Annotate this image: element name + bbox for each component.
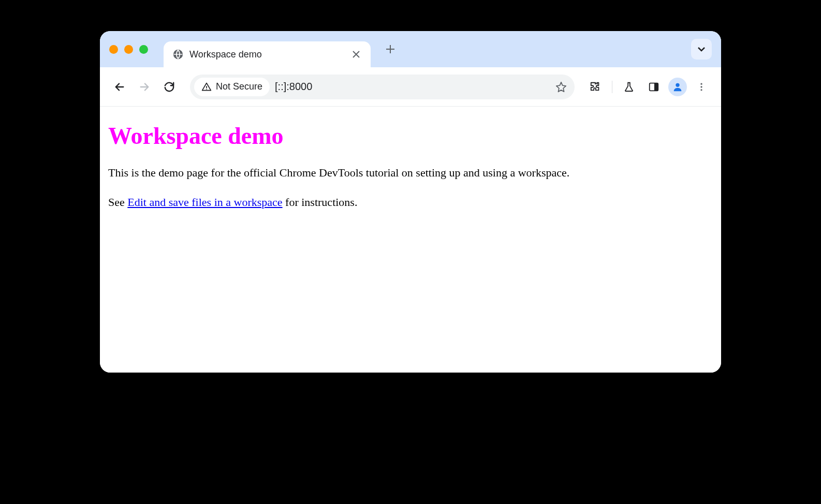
- extensions-button[interactable]: [585, 77, 606, 97]
- security-label: Not Secure: [216, 81, 262, 92]
- url-text: [::]:8000: [275, 81, 547, 93]
- tab-close-button[interactable]: [351, 49, 361, 60]
- svg-rect-3: [655, 83, 658, 91]
- window-close-button[interactable]: [109, 45, 118, 54]
- window-maximize-button[interactable]: [139, 45, 148, 54]
- page-heading: Workspace demo: [108, 122, 713, 150]
- browser-tab[interactable]: Workspace demo: [164, 41, 371, 67]
- tab-search-button[interactable]: [691, 39, 712, 60]
- labs-button[interactable]: [619, 77, 639, 97]
- window-minimize-button[interactable]: [124, 45, 133, 54]
- tab-strip: Workspace demo: [100, 31, 721, 67]
- bookmark-button[interactable]: [552, 78, 570, 96]
- link-paragraph: See Edit and save files in a workspace f…: [108, 194, 713, 211]
- reload-button[interactable]: [159, 77, 180, 97]
- tutorial-link[interactable]: Edit and save files in a workspace: [127, 196, 282, 209]
- page-content: Workspace demo This is the demo page for…: [100, 107, 721, 373]
- side-panel-button[interactable]: [643, 77, 664, 97]
- svg-point-5: [700, 83, 702, 84]
- tab-title: Workspace demo: [189, 49, 345, 60]
- link-suffix-text: for instructions.: [283, 196, 358, 209]
- svg-point-6: [700, 86, 702, 87]
- warning-icon: [201, 82, 212, 92]
- intro-paragraph: This is the demo page for the official C…: [108, 164, 713, 181]
- security-chip[interactable]: Not Secure: [194, 78, 270, 96]
- address-bar[interactable]: Not Secure [::]:8000: [190, 75, 575, 99]
- new-tab-button[interactable]: [381, 40, 400, 58]
- browser-toolbar: Not Secure [::]:8000: [100, 67, 721, 107]
- menu-button[interactable]: [691, 77, 712, 97]
- toolbar-divider: [612, 81, 612, 93]
- back-button[interactable]: [109, 77, 130, 97]
- forward-button[interactable]: [134, 77, 155, 97]
- svg-point-4: [676, 83, 679, 86]
- globe-icon: [173, 49, 183, 60]
- svg-point-1: [206, 88, 207, 90]
- window-controls: [109, 45, 148, 54]
- profile-button[interactable]: [668, 78, 687, 96]
- link-prefix-text: See: [108, 196, 127, 209]
- svg-point-7: [700, 89, 702, 91]
- browser-window: Workspace demo Not Secure: [100, 31, 721, 373]
